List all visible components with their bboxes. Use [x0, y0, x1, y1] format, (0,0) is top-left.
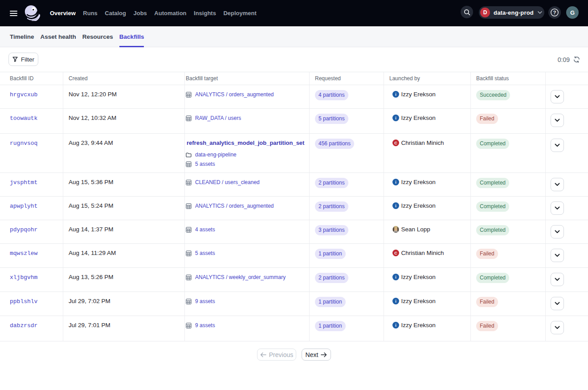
svg-text:?: ?	[553, 10, 556, 15]
